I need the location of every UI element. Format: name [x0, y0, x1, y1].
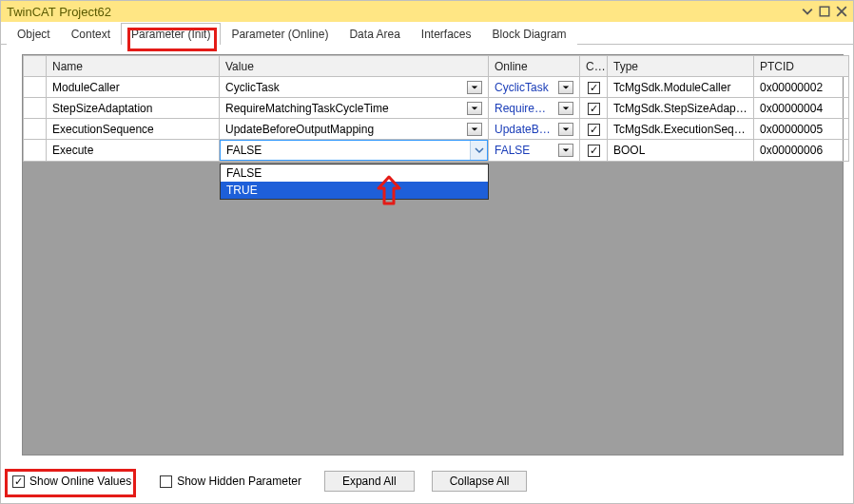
tab-parameter-online[interactable]: Parameter (Online) — [221, 23, 339, 45]
show-hidden-parameter-checkbox[interactable]: Show Hidden Parameter — [154, 471, 307, 492]
cell-ptcid: 0x00000002 — [754, 77, 849, 98]
titlebar: TwinCAT Project62 — [1, 1, 853, 22]
tab-interfaces[interactable]: Interfaces — [411, 23, 482, 45]
window-root: TwinCAT Project62 Object Context Paramet… — [0, 0, 854, 504]
table-row[interactable]: StepSizeAdaptation RequireMatchingTaskCy… — [24, 98, 849, 119]
cell-cs[interactable] — [580, 77, 608, 98]
cell-cs[interactable] — [580, 119, 608, 140]
online-dropdown-icon[interactable] — [558, 123, 573, 136]
expand-cell[interactable] — [24, 98, 47, 119]
cell-online[interactable]: RequireMatc... — [489, 98, 580, 119]
expand-cell[interactable] — [24, 77, 47, 98]
annotation-arrow-icon — [377, 175, 401, 208]
value-editor-dropdown-icon[interactable] — [470, 141, 487, 160]
cs-checkbox[interactable] — [588, 103, 600, 115]
collapse-all-button[interactable]: Collapse All — [432, 471, 528, 492]
online-text: UpdateBefo... — [495, 123, 554, 136]
tab-parameter-init[interactable]: Parameter (Init) — [121, 23, 221, 45]
value-dropdown-icon[interactable] — [467, 123, 482, 136]
show-online-values-checkbox[interactable]: Show Online Values — [7, 471, 137, 492]
cell-online[interactable]: CyclicTask — [489, 77, 580, 98]
maximize-icon[interactable] — [819, 6, 830, 17]
tab-bar: Object Context Parameter (Init) Paramete… — [1, 22, 853, 45]
tab-data-area[interactable]: Data Area — [339, 23, 410, 45]
parameter-grid-area: Name Value Online CS Type PTCID ModuleCa… — [22, 54, 844, 456]
cell-name: StepSizeAdaptation — [47, 98, 220, 119]
cell-cs[interactable] — [580, 98, 608, 119]
online-text: RequireMatc... — [495, 102, 554, 115]
cs-checkbox[interactable] — [588, 82, 600, 94]
table-row[interactable]: ModuleCaller CyclicTask CyclicTask TcMgS… — [24, 77, 849, 98]
value-dropdown-icon[interactable] — [467, 102, 482, 115]
cs-checkbox[interactable] — [588, 124, 600, 136]
window-buttons — [802, 6, 847, 17]
online-text: FALSE — [495, 144, 530, 157]
online-dropdown-icon[interactable] — [558, 81, 573, 94]
dropdown-icon[interactable] — [802, 6, 813, 17]
header-cs[interactable]: CS — [580, 56, 608, 77]
cell-ptcid: 0x00000005 — [754, 119, 849, 140]
cell-ptcid: 0x00000006 — [754, 140, 849, 162]
show-hidden-parameter-label: Show Hidden Parameter — [177, 475, 301, 488]
cell-name: ModuleCaller — [47, 77, 220, 98]
value-dropdown-list[interactable]: FALSE TRUE — [220, 164, 489, 200]
value-editor-text[interactable]: FALSE — [221, 141, 470, 160]
table-row[interactable]: ExecutionSequence UpdateBeforeOutputMapp… — [24, 119, 849, 140]
table-row[interactable]: Execute FALSE FALSE BOOL 0x00000006 — [24, 140, 849, 162]
header-row: Name Value Online CS Type PTCID — [24, 56, 849, 77]
value-text: UpdateBeforeOutputMapping — [225, 123, 374, 136]
parameter-grid: Name Value Online CS Type PTCID ModuleCa… — [23, 55, 843, 162]
cell-online[interactable]: UpdateBefo... — [489, 119, 580, 140]
checkbox-icon — [160, 475, 172, 488]
cell-type: BOOL — [608, 140, 754, 162]
close-icon[interactable] — [836, 6, 847, 17]
cell-cs[interactable] — [580, 140, 608, 162]
header-online[interactable]: Online — [489, 56, 580, 77]
cell-value[interactable]: UpdateBeforeOutputMapping — [220, 119, 489, 140]
cell-online[interactable]: FALSE — [489, 140, 580, 162]
header-name[interactable]: Name — [47, 56, 220, 77]
window-title: TwinCAT Project62 — [7, 5, 111, 19]
value-editor[interactable]: FALSE — [220, 140, 488, 161]
online-text: CyclicTask — [495, 81, 549, 94]
cell-name: Execute — [47, 140, 220, 162]
expand-cell[interactable] — [24, 119, 47, 140]
dropdown-option-true[interactable]: TRUE — [221, 182, 488, 199]
cell-name: ExecutionSequence — [47, 119, 220, 140]
cell-value-editing[interactable]: FALSE — [220, 140, 489, 162]
svg-rect-0 — [820, 7, 829, 16]
online-dropdown-icon[interactable] — [558, 144, 573, 157]
cell-ptcid: 0x00000004 — [754, 98, 849, 119]
cell-value[interactable]: CyclicTask — [220, 77, 489, 98]
checkbox-icon — [12, 475, 25, 488]
tab-object[interactable]: Object — [7, 23, 61, 45]
dropdown-option-false[interactable]: FALSE — [221, 165, 488, 182]
header-expand[interactable] — [24, 56, 47, 77]
expand-cell[interactable] — [24, 140, 47, 162]
cell-type: TcMgSdk.ExecutionSequen... — [608, 119, 754, 140]
header-type[interactable]: Type — [608, 56, 754, 77]
cell-type: TcMgSdk.ModuleCaller — [608, 77, 754, 98]
header-ptcid[interactable]: PTCID — [754, 56, 849, 77]
tab-context[interactable]: Context — [61, 23, 121, 45]
expand-all-button[interactable]: Expand All — [324, 471, 415, 492]
value-text: RequireMatchingTaskCycleTime — [225, 102, 389, 115]
cell-value[interactable]: RequireMatchingTaskCycleTime — [220, 98, 489, 119]
cs-checkbox[interactable] — [588, 145, 600, 157]
tab-block-diagram[interactable]: Block Diagram — [482, 23, 577, 45]
value-dropdown-icon[interactable] — [467, 81, 482, 94]
bottom-bar: Show Online Values Show Hidden Parameter… — [7, 471, 847, 492]
show-online-values-label: Show Online Values — [29, 475, 131, 488]
cell-type: TcMgSdk.StepSizeAdaptati... — [608, 98, 754, 119]
online-dropdown-icon[interactable] — [558, 102, 573, 115]
header-value[interactable]: Value — [220, 56, 489, 77]
value-text: CyclicTask — [225, 81, 280, 94]
parameter-table: Name Value Online CS Type PTCID ModuleCa… — [23, 55, 849, 162]
